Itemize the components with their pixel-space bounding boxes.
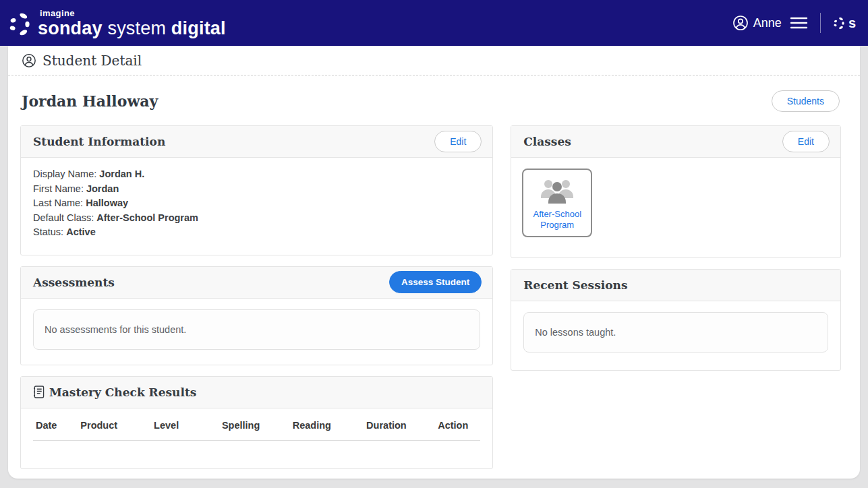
column-header-level: Level — [151, 408, 219, 441]
recent-sessions-title: Recent Sessions — [523, 278, 627, 292]
s-logo-letter: s — [848, 16, 856, 31]
student-detail-person-icon — [22, 53, 36, 68]
brand-text: imagine sonday system digital — [38, 9, 226, 38]
mastery-check-results-card: Mastery Check Results Date Product Level… — [20, 376, 493, 470]
students-button[interactable]: Students — [772, 90, 840, 112]
recent-sessions-card: Recent Sessions No lessons taught. — [511, 269, 841, 371]
sonday-s-logo: s — [833, 15, 856, 31]
info-row-default-class: Default Class: After-School Program — [33, 211, 480, 226]
user-avatar-icon — [732, 15, 749, 31]
page-title: Student Detail — [42, 53, 142, 69]
student-information-title: Student Information — [33, 135, 165, 148]
assessments-title: Assessments — [33, 276, 115, 289]
people-group-icon — [540, 177, 575, 204]
page-header-band: Student Detail — [8, 46, 860, 75]
student-information-card: Student Information Edit Display Name: J… — [20, 125, 493, 255]
column-header-spelling: Spelling — [219, 408, 290, 441]
classes-card: Classes Edit — [511, 125, 841, 258]
info-row-first-name: First Name: Jordan — [33, 182, 480, 197]
student-information-body: Display Name: Jordan H. First Name: Jord… — [21, 158, 492, 255]
info-row-display-name: Display Name: Jordan H. — [33, 167, 480, 182]
assessments-card: Assessments Assess Student No assessment… — [20, 266, 493, 365]
imagine-spark-small-icon — [833, 15, 846, 31]
column-header-reading: Reading — [290, 408, 364, 441]
brand-imagine-label: imagine — [40, 9, 226, 18]
brand-title: sonday system digital — [38, 20, 226, 38]
recent-sessions-empty-state: No lessons taught. — [523, 312, 828, 353]
student-name-heading: Jordan Halloway — [22, 92, 158, 110]
table-header-row: Date Product Level Spelling Reading Dura… — [33, 408, 480, 441]
imagine-spark-icon — [8, 9, 34, 38]
journal-icon — [33, 386, 45, 398]
assess-student-button[interactable]: Assess Student — [389, 271, 482, 293]
class-tile-label: After-School Program — [526, 209, 588, 231]
user-name: Anne — [753, 16, 782, 30]
edit-student-button[interactable]: Edit — [434, 131, 482, 152]
column-header-duration: Duration — [364, 408, 435, 441]
hamburger-menu-icon[interactable] — [790, 16, 808, 30]
navbar-divider — [820, 13, 821, 33]
classes-title: Classes — [523, 135, 571, 148]
user-menu[interactable]: Anne — [732, 15, 782, 31]
info-row-status: Status: Active — [33, 225, 480, 240]
top-navbar: imagine sonday system digital Anne — [0, 0, 868, 46]
column-header-product: Product — [78, 408, 151, 441]
edit-classes-button[interactable]: Edit — [782, 131, 830, 152]
class-tile-after-school-program[interactable]: After-School Program — [522, 169, 592, 237]
assessments-empty-state: No assessments for this student. — [33, 309, 480, 350]
column-header-action: Action — [435, 408, 480, 441]
mastery-results-table: Date Product Level Spelling Reading Dura… — [33, 408, 480, 465]
info-row-last-name: Last Name: Halloway — [33, 196, 480, 211]
mastery-check-results-title: Mastery Check Results — [33, 386, 196, 399]
main-container: Student Detail Jordan Halloway Students … — [8, 46, 860, 479]
empty-table-row — [33, 440, 480, 464]
brand-logo[interactable]: imagine sonday system digital — [8, 9, 226, 38]
column-header-date: Date — [33, 408, 78, 441]
